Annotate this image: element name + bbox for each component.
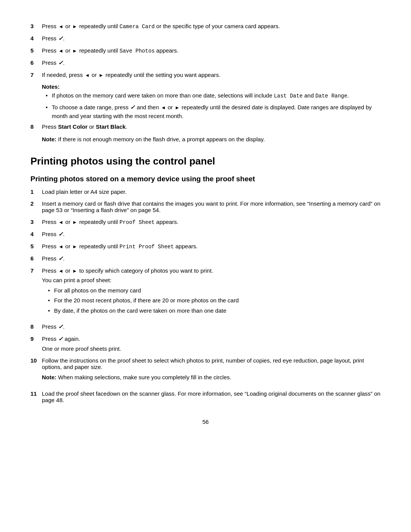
step-3-bottom-or: or [65,219,72,225]
step-4-bottom-text-before: Press [42,231,56,237]
checkmark-icon-note: ✓ [130,104,135,110]
step-content-5-top: Press ◄ or ► repeatedly until Save Photo… [42,47,381,54]
step-5-top-or: or [65,47,72,54]
step-num-9-final: 9 [30,335,42,342]
step-content-2-bottom: Insert a memory card or flash drive that… [42,200,381,213]
arrow-right-icon-7b: ► [72,268,77,274]
step-9-final: 9 Press ✓ again. One or more proof sheet… [30,335,381,352]
step-3-top-text-before: Press [42,23,56,29]
step-8-final-period: . [63,323,65,330]
step-num-7-bottom: 7 [30,267,42,274]
notes-block: Notes: If photos on the memory card were… [42,83,381,120]
sub-heading: Printing photos stored on a memory devic… [30,175,381,183]
step-5-bottom-text-before: Press [42,243,56,249]
step-3-top-text-after: or the specific type of your camera card… [155,23,280,29]
step-num-8-top: 8 [30,123,42,130]
step-content-7-top: If needed, press ◄ or ► repeatedly until… [42,72,381,78]
checkmark-icon-9f: ✓ [58,335,63,342]
step-2-bottom-text: Insert a memory card or flash drive that… [42,200,381,213]
step-8-top-period: . [126,123,127,130]
arrow-left-icon-5b: ◄ [59,244,64,249]
step-content-6-top: Press ✓. [42,59,381,66]
step-content-4-bottom: Press ✓. [42,231,381,238]
step-5-top-text-middle: repeatedly until [79,47,119,54]
step-3-top: 3 Press ◄ or ► repeatedly until Camera C… [30,23,381,30]
step-7-bottom-or: or [65,267,72,274]
step-num-5-top: 5 [30,47,42,54]
section-heading: Printing photos using the control panel [30,155,381,167]
arrow-right-icon-1: ► [72,24,77,29]
step-4-top: 4 Press ✓. [30,35,381,42]
notes-item-1-text-middle: and [303,92,315,99]
step-6-top: 6 Press ✓. [30,59,381,66]
note-circles-block: Note: When making selections, make sure … [42,373,381,382]
arrow-right-icon-5: ► [72,48,77,54]
step-5-bottom: 5 Press ◄ or ► repeatedly until Print Pr… [30,243,381,250]
step-num-2-bottom: 2 [30,200,42,207]
note-circles-text: When making selections, make sure you co… [58,374,231,380]
notes-item-2-text-m1: and then [135,104,161,110]
step-content-11: Load the proof sheet facedown on the sca… [42,390,381,403]
arrow-right-icon-5b: ► [72,244,77,249]
step-1-bottom: 1 Load plain letter or A4 size paper. [30,189,381,195]
step-3-bottom-code: Proof Sheet [119,219,155,225]
step-9-final-text-before: Press [42,335,56,342]
step-2-bottom: 2 Insert a memory card or flash drive th… [30,200,381,213]
step-content-8-top: Press Start Color or Start Black. [42,123,381,130]
step-content-8-final: Press ✓. [42,323,381,330]
note-flash-block: Note: If there is not enough memory on t… [42,135,381,144]
step-10-text: Follow the instructions on the proof she… [42,357,364,370]
notes-item-1-code2: Date Range [315,93,347,99]
step-3-top-text-middle: repeatedly until [79,23,119,29]
arrow-left-icon-3b: ◄ [59,219,64,225]
step-content-7-bottom: Press ◄ or ► to specify which category o… [42,267,381,318]
step-8-top-bold2: Start Black [96,123,126,130]
notes-item-1-text-after: . [347,92,349,99]
step-8-top-text: Press [42,123,56,130]
step-content-3-bottom: Press ◄ or ► repeatedly until Proof Shee… [42,219,381,225]
step-7-bottom-text-before: Press [42,267,56,274]
one-or-more-text: One or more proof sheets print. [42,345,381,352]
step-3-bottom-text-middle: repeatedly until [79,219,119,225]
step-4-bottom-period: . [63,231,65,237]
step-5-top-code: Save Photos [119,48,155,54]
step-num-6-top: 6 [30,59,42,66]
step-5-bottom-text-after: appears. [174,243,198,249]
step-num-7-top: 7 [30,72,42,78]
step-7-top-text-before: If needed, press [42,72,83,78]
step-4-top-text-before: Press [42,35,56,42]
step-5-top-text-after: appears. [155,47,178,54]
arrow-left-icon-5: ◄ [59,48,64,54]
step-5-top: 5 Press ◄ or ► repeatedly until Save Pho… [30,47,381,54]
checkmark-icon-8f: ✓ [58,323,63,330]
step-5-bottom-text-middle: repeatedly until [79,243,119,249]
step-4-top-period: . [63,35,65,42]
proof-sheet-bullets: For all photos on the memory card For th… [42,286,381,315]
notes-item-2-text-before: To choose a date range, press [52,104,130,110]
notes-item-2: To choose a date range, press ✓ and then… [46,103,381,120]
arrow-right-icon-note: ► [175,104,180,112]
notes-item-1: If photos on the memory card were taken … [46,91,381,100]
step-7-top-or: or [92,72,99,78]
step-5-bottom-code: Print Proof Sheet [119,244,174,250]
note-flash-label: Note: [42,136,56,142]
step-8-top-bold1: Start Color [58,123,88,130]
step-1-bottom-text: Load plain letter or A4 size paper. [42,189,127,195]
step-num-10: 10 [30,357,42,364]
step-content-4-top: Press ✓. [42,35,381,42]
checkmark-icon-4-top: ✓ [58,35,63,42]
step-8-top-or: or [89,123,96,130]
step-5-bottom-or: or [65,243,72,249]
step-3-bottom: 3 Press ◄ or ► repeatedly until Proof Sh… [30,219,381,225]
step-3-top-or: or [65,23,72,29]
step-num-3-top: 3 [30,23,42,29]
step-3-bottom-text-before: Press [42,219,56,225]
step-content-5-bottom: Press ◄ or ► repeatedly until Print Proo… [42,243,381,250]
notes-label: Notes: [42,83,381,90]
step-num-11: 11 [30,390,42,397]
bullet-item-1: For all photos on the memory card [48,286,381,295]
note-flash-text: If there is not enough memory on the fla… [58,136,265,142]
step-4-bottom: 4 Press ✓. [30,231,381,238]
checkmark-icon-4b: ✓ [58,231,63,237]
step-3-top-code: Camera Card [119,24,155,30]
